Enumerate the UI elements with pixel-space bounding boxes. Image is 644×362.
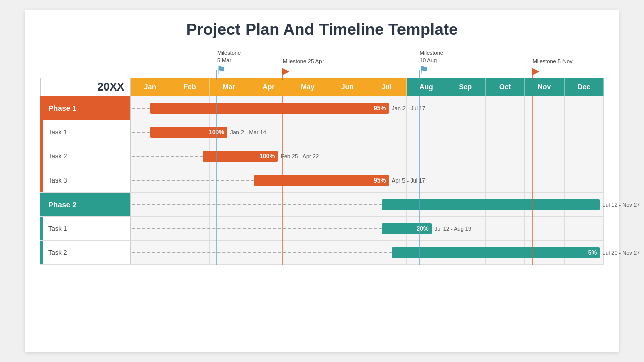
- date-label-1: Jan 2 - Mar 14: [230, 129, 266, 135]
- bar-container-5: 20%Jul 12 - Aug 19: [131, 217, 604, 240]
- milestone-3: Milestone 5 Nov▶: [532, 58, 573, 77]
- gantt-row-1: Task 1100%Jan 2 - Mar 14: [40, 120, 604, 144]
- slide: Project Plan And Timeline Template Miles…: [25, 10, 619, 352]
- page-title: Project Plan And Timeline Template: [40, 20, 604, 39]
- dashed-arrow-5: [132, 228, 382, 229]
- dashed-arrow-4: [132, 204, 382, 205]
- gantt-row-0: Phase 195%Jan 2 - Jul 17: [40, 96, 604, 120]
- month-header-mar: Mar: [210, 78, 249, 96]
- month-header-nov: Nov: [525, 78, 564, 96]
- dashed-arrow-6: [132, 252, 392, 253]
- month-header-jan: Jan: [131, 78, 170, 96]
- ms-area-line-3: [532, 70, 533, 80]
- row-label-2: Task 2: [40, 144, 131, 168]
- gantt-cells-4: Jul 12 - Nov 27: [131, 193, 604, 216]
- date-label-5: Jul 12 - Aug 19: [435, 226, 471, 232]
- date-label-6: Jul 20 - Nov 27: [603, 250, 640, 256]
- month-header-aug: Aug: [407, 78, 446, 96]
- ms-area-line-0: [216, 70, 217, 80]
- bar-container-4: Jul 12 - Nov 27: [131, 193, 604, 216]
- month-header-may: May: [288, 78, 328, 96]
- gantt-cells-5: 20%Jul 12 - Aug 19: [131, 217, 604, 240]
- date-label-3: Apr 5 - Jul 17: [392, 177, 425, 184]
- gantt-row-4: Phase 2Jul 12 - Nov 27: [40, 193, 604, 217]
- row-label-5: Task 1: [40, 217, 131, 240]
- date-label-0: Jan 2 - Jul 17: [392, 105, 425, 111]
- gantt-header: 20XX JanFebMarAprMayJunJulAugSepOctNovDe…: [40, 78, 604, 96]
- gantt-row-2: Task 2100%Feb 25 - Apr 22: [40, 144, 604, 168]
- gantt-cells-2: 100%Feb 25 - Apr 22: [131, 144, 604, 168]
- gantt-cells-3: 95%Apr 5 - Jul 17: [131, 168, 604, 192]
- row-label-0: Phase 1: [40, 96, 131, 120]
- gantt-row-3: Task 395%Apr 5 - Jul 17: [40, 168, 604, 193]
- date-label-4: Jul 12 - Nov 27: [603, 202, 640, 208]
- gantt-bar-6: 5%: [392, 247, 600, 258]
- month-header-oct: Oct: [486, 78, 525, 96]
- month-header-jun: Jun: [328, 78, 367, 96]
- row-label-6: Task 2: [40, 241, 131, 264]
- month-header-apr: Apr: [249, 78, 288, 96]
- gantt-cells-1: 100%Jan 2 - Mar 14: [131, 120, 604, 144]
- row-label-1: Task 1: [40, 120, 131, 144]
- dashed-arrow-3: [132, 180, 255, 181]
- row-label-3: Task 3: [40, 168, 131, 192]
- milestones-area: Milestone 5 Mar⚑Milestone 25 Apr▶Milesto…: [131, 48, 604, 78]
- gantt-row-5: Task 120%Jul 12 - Aug 19: [40, 217, 604, 241]
- gantt-bar-3: 95%: [254, 175, 389, 186]
- milestone-0: Milestone 5 Mar⚑: [216, 49, 241, 77]
- gantt-body: Phase 195%Jan 2 - Jul 17Task 1100%Jan 2 …: [40, 96, 604, 265]
- month-header-jul: Jul: [367, 78, 407, 96]
- dashed-arrow-1: [132, 132, 151, 133]
- row-label-4: Phase 2: [40, 193, 131, 216]
- bar-container-6: 5%Jul 20 - Nov 27: [131, 241, 604, 264]
- bar-container-0: 95%Jan 2 - Jul 17: [131, 96, 604, 120]
- dashed-arrow-0: [132, 108, 151, 109]
- gantt-row-6: Task 25%Jul 20 - Nov 27: [40, 241, 604, 265]
- gantt-bar-5: 20%: [382, 223, 432, 234]
- month-header-feb: Feb: [170, 78, 209, 96]
- month-header-dec: Dec: [565, 78, 604, 96]
- milestone-2: Milestone 10 Aug⚑: [419, 49, 443, 77]
- gantt-bar-1: 100%: [150, 127, 227, 138]
- month-header-sep: Sep: [446, 78, 486, 96]
- date-label-2: Feb 25 - Apr 22: [281, 153, 319, 159]
- year-cell: 20XX: [40, 78, 131, 96]
- ms-area-line-1: [282, 70, 283, 80]
- ms-area-line-2: [419, 70, 420, 80]
- gantt-bar-4: [382, 199, 600, 210]
- gantt-cells-0: 95%Jan 2 - Jul 17: [131, 96, 604, 120]
- dashed-arrow-2: [132, 156, 203, 157]
- milestone-1: Milestone 25 Apr▶: [282, 58, 324, 77]
- bar-container-3: 95%Apr 5 - Jul 17: [131, 168, 604, 192]
- gantt-bar-0: 95%: [150, 103, 389, 114]
- gantt-bar-2: 100%: [203, 151, 278, 162]
- bar-container-2: 100%Feb 25 - Apr 22: [131, 144, 604, 168]
- gantt-cells-6: 5%Jul 20 - Nov 27: [131, 241, 604, 264]
- bar-container-1: 100%Jan 2 - Mar 14: [131, 120, 604, 144]
